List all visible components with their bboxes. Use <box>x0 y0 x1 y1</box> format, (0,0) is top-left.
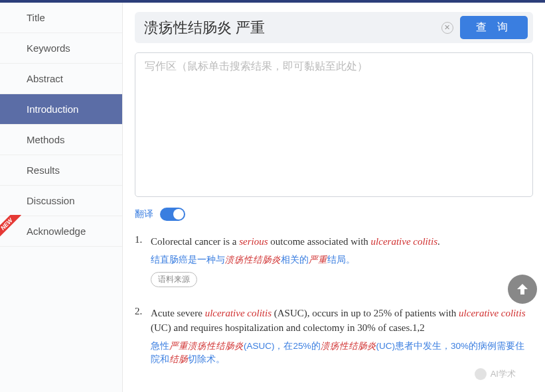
result-english: Colorectal cancer is a serious outcome a… <box>151 234 533 249</box>
result-body: Acute severe ulcerative colitis (ASUC), … <box>151 306 533 367</box>
toggle-knob <box>173 209 184 220</box>
watermark: AI学术 <box>475 368 516 380</box>
result-number: 1. <box>135 234 151 287</box>
watermark-text: AI学术 <box>491 368 516 380</box>
sidebar-item-abstract[interactable]: Abstract <box>0 64 122 94</box>
writing-area[interactable]: 写作区（鼠标单击搜索结果，即可黏贴至此处） <box>135 52 533 197</box>
sidebar-item-keywords[interactable]: Keywords <box>0 33 122 64</box>
result-number: 2. <box>135 306 151 367</box>
scroll-top-button[interactable] <box>508 275 537 304</box>
translate-toggle[interactable] <box>160 208 185 221</box>
clear-icon[interactable]: ✕ <box>441 22 453 34</box>
result-body: Colorectal cancer is a serious outcome a… <box>151 234 533 287</box>
watermark-icon <box>475 368 487 380</box>
search-input[interactable] <box>140 17 435 39</box>
sidebar-item-introduction[interactable]: Introduction <box>0 94 122 125</box>
sidebar-item-results[interactable]: Results <box>0 155 122 186</box>
arrow-up-icon <box>514 281 530 297</box>
search-row: ✕ 查 询 <box>135 12 533 43</box>
sidebar: TitleKeywordsAbstractIntroductionMethods… <box>0 3 123 392</box>
new-ribbon-label: NEW <box>0 215 21 239</box>
result-item[interactable]: 1.Colorectal cancer is a serious outcome… <box>135 234 533 287</box>
result-item[interactable]: 2.Acute severe ulcerative colitis (ASUC)… <box>135 306 533 367</box>
result-chinese: 急性严重溃疡性结肠炎(ASUC)，在25%的溃疡性结肠炎(UC)患者中发生，30… <box>151 340 533 367</box>
sidebar-item-methods[interactable]: Methods <box>0 125 122 155</box>
translate-label: 翻译 <box>135 208 153 220</box>
sidebar-item-title[interactable]: Title <box>0 3 122 33</box>
result-chinese: 结直肠癌是一种与溃疡性结肠炎相关的严重结局。 <box>151 253 533 267</box>
new-ribbon: NEW <box>0 215 24 240</box>
results-list: 1.Colorectal cancer is a serious outcome… <box>135 234 533 366</box>
result-english: Acute severe ulcerative colitis (ASUC), … <box>151 306 533 336</box>
sidebar-item-discussion[interactable]: Discussion <box>0 186 122 216</box>
source-button[interactable]: 语料来源 <box>151 272 197 287</box>
translate-row: 翻译 <box>135 208 533 228</box>
query-button[interactable]: 查 询 <box>460 16 528 39</box>
main-panel: ✕ 查 询 写作区（鼠标单击搜索结果，即可黏贴至此处） 翻译 1.Colorec… <box>123 3 545 392</box>
